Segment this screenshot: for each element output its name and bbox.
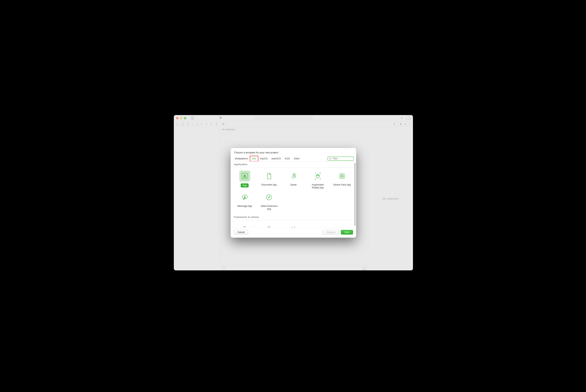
template-label: iMessage App (237, 205, 252, 208)
next-button[interactable]: Next (341, 230, 353, 234)
inspector-no-selection: No Selection (382, 197, 399, 200)
scrollbar[interactable] (354, 163, 356, 226)
template-static-library[interactable]: Static Library (257, 221, 281, 228)
svg-rect-5 (340, 176, 342, 178)
close-icon[interactable] (176, 117, 179, 119)
sticker-grid-icon (337, 171, 347, 182)
toolbox-icon (239, 223, 250, 228)
ar-icon (312, 171, 323, 182)
cancel-button[interactable]: Cancel (234, 230, 248, 234)
svg-point-8 (266, 195, 272, 200)
filter-field[interactable] (327, 156, 354, 161)
tab-ios[interactable]: iOS (250, 156, 258, 162)
tests-icon[interactable]: ◇ (201, 122, 203, 126)
navigator-toolbar: ▢ ◫ ☰ ⌕ △ ◇ ⎋ ▭ ☲ ▦ ‹ › ☰ ▮ ◷ ? (174, 121, 413, 127)
section-header: Framework & Library (231, 214, 356, 220)
toggle-navigator-icon[interactable] (191, 117, 194, 120)
issues-icon[interactable]: △ (196, 122, 198, 126)
console-icon[interactable] (222, 267, 226, 270)
template-safari-extension-app[interactable]: Safari Extension App (257, 190, 281, 211)
related-items-icon[interactable]: ▦ (222, 122, 224, 125)
folder-icon[interactable]: ▢ (176, 122, 179, 126)
svg-rect-3 (340, 174, 342, 176)
previous-button: Previous (323, 230, 339, 234)
rocket-icon (288, 171, 299, 182)
navigator-pane (174, 127, 220, 270)
zoom-icon[interactable] (184, 117, 186, 119)
metal-icon (288, 223, 299, 228)
back-icon[interactable]: ‹ (226, 122, 227, 126)
template-label: Game (290, 184, 297, 186)
activity-viewer (255, 116, 313, 120)
history-inspector-icon[interactable]: ◷ (404, 122, 406, 125)
source-control-icon[interactable]: ◫ (181, 122, 184, 126)
template-framework[interactable]: Framework (233, 221, 257, 228)
template-imessage-app[interactable]: iMessage App (233, 190, 257, 211)
tab-other[interactable]: Other (292, 156, 302, 161)
template-label: Sticker Pack App (333, 184, 351, 186)
library-plus-icon[interactable]: + (401, 116, 403, 120)
section-header: Application (231, 161, 356, 168)
minimize-icon[interactable] (180, 117, 182, 119)
search-icon[interactable]: ⌕ (192, 122, 193, 126)
forward-icon[interactable]: › (229, 122, 230, 126)
toggle-inspectors-icon[interactable] (406, 116, 411, 120)
filter-input[interactable] (333, 157, 352, 160)
columns-icon (264, 223, 274, 228)
tab-multiplatform[interactable]: Multiplatform (233, 156, 250, 161)
breakpoints-icon[interactable]: ▭ (210, 122, 213, 126)
template-augmented-reality-app[interactable]: Augmented Reality App (306, 169, 330, 190)
svg-rect-4 (342, 174, 344, 176)
view-debugger-icon[interactable] (363, 267, 366, 270)
svg-rect-7 (242, 195, 247, 198)
titlebar: + (174, 115, 413, 121)
run-button[interactable] (219, 116, 222, 120)
reports-icon[interactable]: ☲ (215, 122, 218, 126)
platform-tabbar: MultiplatformiOSmacOSwatchOStvOSOther (231, 156, 356, 161)
sheet-footer: Cancel Previous Next (231, 228, 356, 238)
tab-macos[interactable]: macOS (258, 156, 270, 161)
editor-no-selection: No Selection (220, 127, 368, 133)
window-controls[interactable] (176, 117, 186, 119)
template-chooser-sheet: Choose a template for your new project: … (231, 148, 356, 238)
tab-watchos[interactable]: watchOS (270, 156, 283, 161)
template-scroll-area[interactable]: ApplicationAppDocument AppGameAugmented … (231, 161, 356, 228)
imessage-icon (239, 192, 250, 203)
template-game[interactable]: Game (281, 169, 306, 190)
symbols-icon[interactable]: ☰ (187, 122, 189, 126)
tab-tvos[interactable]: tvOS (283, 156, 292, 161)
template-label: App (241, 184, 249, 188)
editor-options-icon[interactable]: ☰ (393, 122, 395, 125)
template-label: Safari Extension App (259, 205, 279, 210)
template-document-app[interactable]: Document App (257, 169, 281, 190)
app-icon (239, 171, 250, 182)
template-sticker-pack-app[interactable]: Sticker Pack App (330, 169, 354, 190)
sheet-title: Choose a template for your new project: (231, 148, 356, 156)
svg-rect-6 (342, 176, 344, 178)
filter-icon (329, 157, 331, 160)
template-app[interactable]: App (233, 169, 257, 190)
template-label: Document App (261, 184, 277, 186)
help-inspector-icon[interactable]: ? (409, 122, 410, 125)
document-icon (264, 171, 274, 182)
template-label: Augmented Reality App (308, 184, 327, 189)
debug-bar (220, 266, 368, 270)
svg-point-0 (329, 158, 331, 160)
template-metal-library[interactable]: Metal Library (281, 221, 306, 228)
svg-point-2 (294, 175, 295, 176)
inspector-pane: No Selection (368, 127, 413, 270)
compass-icon (264, 192, 274, 203)
file-inspector-icon[interactable]: ▮ (400, 122, 401, 125)
debug-icon[interactable]: ⎋ (206, 122, 207, 126)
